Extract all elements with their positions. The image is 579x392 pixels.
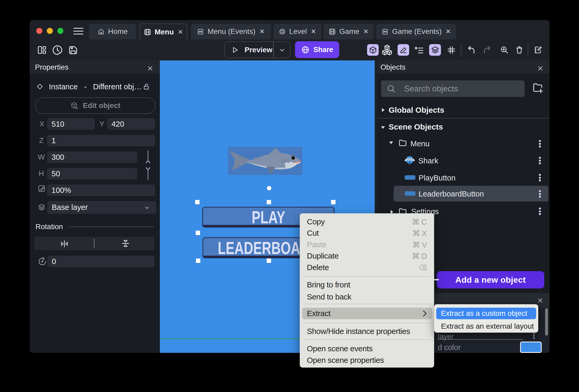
svg-text:2D: 2D bbox=[75, 107, 78, 110]
